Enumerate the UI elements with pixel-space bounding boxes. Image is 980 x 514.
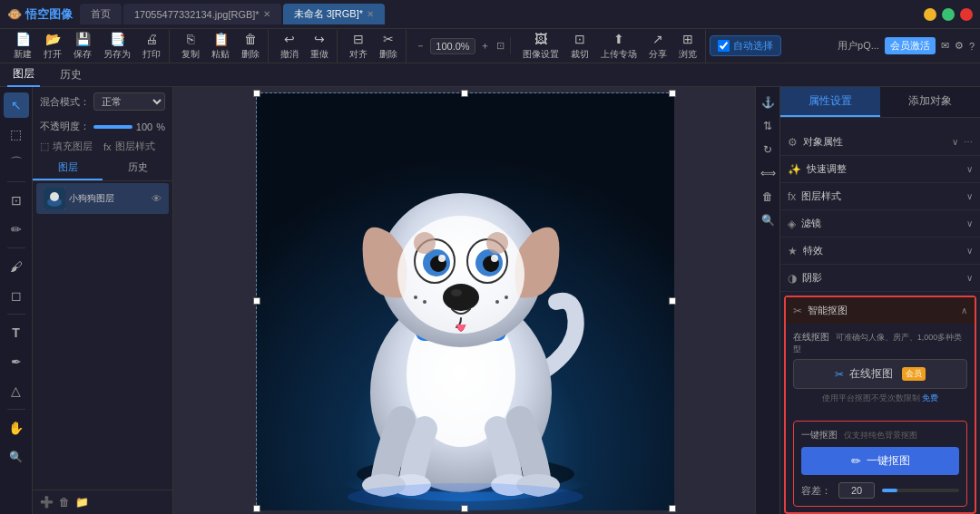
- browse-button[interactable]: ⊞ 浏览: [674, 30, 701, 63]
- zoom-tool[interactable]: 🔍: [4, 444, 29, 470]
- undo-icon: ↩: [284, 32, 295, 46]
- member-button[interactable]: 会员激活: [885, 37, 936, 54]
- panel-tab-layers[interactable]: 图层: [33, 156, 103, 180]
- eraser-tool[interactable]: ◻: [4, 283, 29, 308]
- svg-point-29: [486, 232, 508, 254]
- upload-button[interactable]: ⬆ 上传专场: [596, 30, 642, 63]
- group-layer-icon[interactable]: 📁: [75, 496, 89, 509]
- layer-eye-icon[interactable]: 👁: [152, 193, 162, 204]
- handle-middle-left[interactable]: [253, 297, 260, 305]
- zoom-mini-tool[interactable]: 🔍: [758, 210, 778, 230]
- handle-top-right[interactable]: [669, 90, 676, 97]
- zoom-increase-icon[interactable]: ＋: [478, 37, 492, 54]
- new-button[interactable]: 📄 新建: [9, 30, 36, 63]
- crop-tool[interactable]: ⊡: [4, 188, 29, 213]
- onekey-button[interactable]: ✏ 一键抠图: [801, 447, 959, 475]
- minimize-button[interactable]: [924, 8, 936, 21]
- rotate-tool[interactable]: ↻: [758, 140, 778, 160]
- crop-tool-button[interactable]: ⊡ 裁切: [566, 30, 593, 63]
- auto-select-checkbox[interactable]: [718, 40, 730, 52]
- image-settings-button[interactable]: 🖼 图像设置: [518, 30, 564, 63]
- section-shadow-header[interactable]: ◑ 阴影 ∨: [780, 265, 980, 291]
- brush-tool[interactable]: 🖌: [4, 254, 29, 279]
- align-button[interactable]: ⊟ 对齐: [345, 30, 372, 63]
- svg-point-33: [505, 296, 508, 299]
- section-filter-header[interactable]: ◈ 滤镜 ∨: [780, 210, 980, 237]
- print-button[interactable]: 🖨 打印: [138, 30, 165, 63]
- close-tab1-icon[interactable]: ✕: [263, 9, 270, 19]
- svg-point-23: [491, 255, 498, 262]
- panel-tab-history[interactable]: 历史: [103, 156, 172, 180]
- section-quick-header[interactable]: ✨ 快速调整 ∨: [780, 156, 980, 182]
- close-tab2-icon[interactable]: ✕: [367, 9, 374, 19]
- tab-file2[interactable]: 未命名 3[RGB]* ✕: [283, 4, 385, 24]
- handle-top-left[interactable]: [253, 90, 260, 97]
- tab-home[interactable]: 首页: [80, 4, 122, 24]
- add-layer-icon[interactable]: ➕: [40, 496, 54, 509]
- section-smart-cutout-header[interactable]: ✂ 智能抠图 ∧: [786, 297, 975, 324]
- zoom-input[interactable]: [430, 38, 475, 54]
- layer-name: 小狗狗图层: [69, 192, 148, 205]
- upload-icon: ⬆: [613, 32, 624, 46]
- user-area: 用户pQ... 会员激活 ✉ ⚙ ?: [838, 37, 975, 54]
- delete-layer-icon[interactable]: 🗑: [59, 496, 70, 509]
- open-button[interactable]: 📂 打开: [39, 30, 66, 63]
- maximize-button[interactable]: [942, 8, 955, 21]
- copy-button[interactable]: ⎘ 复制: [177, 30, 204, 63]
- shape-tool[interactable]: △: [4, 378, 29, 403]
- tolerance-value[interactable]: 20: [838, 482, 875, 499]
- handle-middle-right[interactable]: [669, 297, 676, 305]
- handle-bottom-center[interactable]: [461, 505, 468, 512]
- align-icon: ⊟: [353, 32, 364, 46]
- handle-bottom-right[interactable]: [669, 505, 676, 512]
- settings-icon[interactable]: ⚙: [955, 40, 964, 52]
- help-icon[interactable]: ?: [969, 41, 975, 52]
- handle-bottom-left[interactable]: [253, 505, 260, 512]
- share-button[interactable]: ↗ 分享: [644, 30, 671, 63]
- online-cutout-btn-icon: ✂: [835, 368, 844, 381]
- section-layer-style-header[interactable]: fx 图层样式 ∨: [780, 183, 980, 209]
- save-button[interactable]: 💾 保存: [69, 30, 96, 63]
- pen-tool[interactable]: ✒: [4, 349, 29, 374]
- nav-tab-layers[interactable]: 图层: [7, 63, 40, 87]
- online-cutout-button[interactable]: ✂ 在线抠图 会员: [793, 359, 967, 389]
- anchor-tool[interactable]: ⚓: [758, 92, 778, 112]
- blend-mode-select[interactable]: 正常: [93, 92, 165, 111]
- hand-tool[interactable]: ✋: [4, 415, 29, 441]
- paste-button[interactable]: 📋 粘贴: [207, 30, 234, 63]
- tab-properties[interactable]: 属性设置: [780, 87, 880, 117]
- save-as-button[interactable]: 📑 另存为: [99, 30, 135, 63]
- section-object-header[interactable]: ⚙ 对象属性 ∨ ⋯: [780, 129, 980, 155]
- save-as-icon: 📑: [110, 32, 125, 46]
- redo-button[interactable]: ↪ 重做: [306, 30, 333, 63]
- zoom-decrease-icon[interactable]: －: [414, 37, 427, 54]
- main-area: ↖ ⬚ ⌒ ⊡ ✏ 🖌 ◻ T ✒ △ ✋ 🔍 混合模式： 正常 不透明度： 1: [0, 87, 980, 514]
- marquee-tool[interactable]: ⬚: [4, 121, 29, 147]
- handle-top-center[interactable]: [461, 90, 468, 97]
- auto-select-button[interactable]: 自动选择: [710, 35, 781, 56]
- section-layer-style: fx 图层样式 ∨: [780, 183, 980, 210]
- section-effects-header[interactable]: ★ 特效 ∨: [780, 238, 980, 264]
- layer-item[interactable]: 小狗狗图层 👁: [36, 183, 169, 214]
- lasso-tool[interactable]: ⌒: [4, 150, 29, 176]
- tab-file1[interactable]: 17055477332134.jpg[RGB]* ✕: [123, 4, 281, 24]
- undo-button[interactable]: ↩ 撤消: [276, 30, 303, 63]
- zoom-fit-icon[interactable]: ⊡: [495, 38, 506, 53]
- history-tools: ↩ 撤消 ↪ 重做: [272, 30, 338, 63]
- tool-divider-1: [7, 181, 25, 182]
- tolerance-slider[interactable]: [882, 489, 959, 492]
- delete-layer-mini-tool[interactable]: 🗑: [758, 187, 778, 207]
- flip-tool[interactable]: ⟺: [758, 163, 778, 183]
- delete-tool-button[interactable]: ✂ 删除: [375, 30, 402, 63]
- nav-tab-history[interactable]: 历史: [54, 63, 87, 86]
- window-controls: [924, 8, 973, 21]
- eyedropper-tool[interactable]: ✏: [4, 217, 29, 242]
- move-tool[interactable]: ↖: [4, 92, 29, 118]
- close-button[interactable]: [960, 8, 973, 21]
- delete-button[interactable]: 🗑 删除: [237, 30, 264, 63]
- link-tool[interactable]: ⇅: [758, 116, 778, 136]
- tab-add-object[interactable]: 添加对象: [880, 87, 980, 117]
- text-tool[interactable]: T: [4, 320, 29, 345]
- mail-icon[interactable]: ✉: [941, 40, 949, 52]
- opacity-slider[interactable]: [93, 125, 132, 129]
